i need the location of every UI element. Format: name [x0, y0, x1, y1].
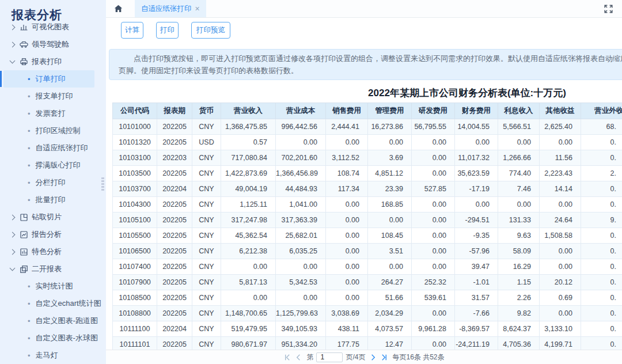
table-cell: 10103700 — [113, 181, 157, 197]
sidebar-item[interactable]: •撑满版心打印 — [0, 157, 106, 174]
table-cell: 0.00 — [412, 244, 455, 259]
bullet-icon: • — [28, 161, 31, 170]
close-icon[interactable]: × — [195, 5, 200, 13]
last-page-icon[interactable] — [381, 354, 388, 361]
table-cell: 2,444.41 — [326, 119, 368, 135]
column-header: 公司代码 — [113, 103, 157, 119]
table-cell: 0.00 — [221, 259, 276, 275]
table-cell: 1.15 — [498, 275, 540, 290]
sidebar-item[interactable]: •自定义图表-水球图 — [0, 329, 106, 347]
toolbar-button[interactable]: 打印 — [156, 22, 179, 39]
table-cell: 10108800 — [113, 306, 157, 321]
sidebar-item[interactable]: 钻取切片 — [0, 208, 106, 226]
page-number-input[interactable] — [316, 352, 343, 362]
sidebar-item[interactable]: •自适应纸张打印 — [0, 139, 106, 157]
bullet-icon: • — [28, 75, 31, 84]
first-page-icon[interactable] — [283, 354, 291, 361]
sidebar-item[interactable]: •自定义图表-跑道图 — [0, 312, 106, 329]
table-row[interactable]: 10111100202204CNY519,479.95349,105.93438… — [113, 321, 622, 337]
sidebar-item[interactable]: •实时统计图 — [0, 278, 106, 295]
sidebar-item[interactable]: •走马灯 — [0, 347, 106, 364]
page-label-prefix: 第 — [306, 352, 313, 362]
drill-slice-icon — [20, 213, 29, 222]
table-cell: 2.26 — [498, 290, 540, 306]
sidebar-item[interactable]: •订单打印 — [3, 70, 94, 88]
table-row[interactable]: 10103700202204CNY49,004.1944,484.93117.3… — [113, 181, 622, 197]
sidebar-item-label: 报支单打印 — [36, 91, 73, 101]
table-row[interactable]: 10106500202205CNY6,212.386,035.250.003.5… — [113, 244, 622, 259]
table-cell: 0.00 — [412, 197, 455, 213]
table-cell: 0.00 — [540, 197, 581, 213]
table-cell: 0.00 — [498, 135, 540, 150]
sidebar-item[interactable]: •发票套打 — [0, 105, 106, 122]
table-row[interactable]: 10103500202205CNY1,422,873.691,366,456.8… — [113, 166, 622, 181]
table-cell: 0. — [581, 244, 622, 259]
table-row[interactable]: 10101320202205USD0.570.000.000.000.000.0… — [113, 135, 622, 150]
table-cell: 10111101 — [113, 337, 157, 350]
sidebar-item-label: 撑满版心打印 — [36, 160, 81, 170]
printer-icon — [20, 58, 29, 66]
sidebar-item[interactable]: 二开报表 — [0, 260, 106, 278]
table-cell: -9.35 — [455, 228, 498, 244]
table-row[interactable]: 10105100202205CNY317,247.98317,363.390.0… — [113, 213, 622, 228]
table-cell: 0.57 — [221, 135, 276, 150]
table-row[interactable]: 10111101202205CNY980,671.97951,334.20177… — [113, 337, 622, 350]
sidebar-item[interactable]: •批量打印 — [0, 191, 106, 208]
bullet-icon: • — [28, 144, 31, 153]
table-row[interactable]: 10108500202205CNY0.000.000.0051.66539.61… — [113, 290, 622, 306]
table-row[interactable]: 10104300202205CNY1,125.111,041.000.00168… — [113, 197, 622, 213]
table-cell: 0. — [581, 275, 622, 290]
table-cell: 0. — [581, 259, 622, 275]
sidebar-item-label: 自定义图表-水球图 — [36, 333, 98, 343]
sidebar-resize-handle[interactable] — [101, 177, 104, 191]
table-header-row: 公司代码报表期货币营业收入营业成本销售费用管理费用研发费用财务费用利息收入其他收… — [113, 103, 622, 119]
table-cell: 6,035.25 — [276, 244, 326, 259]
table-cell: 0. — [581, 337, 622, 350]
table-cell: 0. — [581, 150, 622, 166]
column-header: 利息收入 — [498, 103, 540, 119]
table-cell: 0.00 — [455, 135, 498, 150]
table-cell: 0. — [581, 290, 622, 306]
sidebar-item[interactable]: •自定义echart统计图 — [0, 295, 106, 312]
chevron-right-icon — [10, 24, 16, 30]
table-cell: 951,334.20 — [276, 337, 326, 350]
column-header: 营业外收入 — [581, 103, 622, 119]
table-cell: 20.12 — [540, 275, 581, 290]
sidebar-item[interactable]: •报支单打印 — [0, 88, 106, 105]
table-cell: -57.96 — [455, 244, 498, 259]
table-cell: 4,851.12 — [368, 166, 412, 181]
bar-chart-icon — [20, 23, 29, 32]
sidebar-item[interactable]: •打印区域控制 — [0, 122, 106, 139]
sidebar-item[interactable]: 特色分析 — [0, 243, 106, 260]
column-header: 销售费用 — [326, 103, 368, 119]
fullscreen-icon[interactable] — [604, 5, 613, 13]
home-icon[interactable] — [114, 5, 123, 13]
table-row[interactable]: 10108800202205CNY1,148,700.651,125,799.6… — [113, 306, 622, 321]
prev-page-icon[interactable] — [295, 354, 302, 361]
sidebar-item[interactable]: 报表打印 — [0, 53, 106, 70]
table-cell: -8,369.57 — [455, 321, 498, 337]
table-row[interactable]: 10105500202205CNY45,362.5425,682.010.001… — [113, 228, 622, 244]
table-cell: CNY — [192, 150, 221, 166]
table-cell: 0.00 — [221, 290, 276, 306]
toolbar-button[interactable]: 计算 — [121, 22, 143, 39]
chevron-right-icon — [10, 232, 16, 237]
table-cell: 0.00 — [455, 197, 498, 213]
sidebar-item[interactable]: 领导驾驶舱 — [0, 36, 106, 53]
table-cell: CNY — [192, 166, 221, 181]
table-row[interactable]: 10107900202205CNY5,817.135,342.530.00264… — [113, 275, 622, 290]
page-jump-group: 第 页/4页 — [306, 352, 365, 362]
table-cell: 202205 — [157, 166, 192, 181]
sidebar-item[interactable]: •分栏打印 — [0, 174, 106, 191]
table-row[interactable]: 10103100202203CNY717,080.84702,201.603,1… — [113, 150, 622, 166]
chevron-right-icon — [10, 214, 16, 220]
next-page-icon[interactable] — [369, 354, 377, 361]
table-row[interactable]: 10101000202205CNY1,368,475.85996,442.562… — [113, 119, 622, 135]
table-cell: 0. — [581, 181, 622, 197]
tab-adaptive-paper-print[interactable]: 自适应纸张打印 × — [135, 0, 206, 17]
table-row[interactable]: 10107400202205CNY0.000.000.000.000.0039.… — [113, 259, 622, 275]
toolbar-button[interactable]: 打印预览 — [191, 22, 230, 39]
table-cell: 202205 — [157, 275, 192, 290]
table-cell: -1.01 — [455, 275, 498, 290]
sidebar-item[interactable]: 报告分析 — [0, 226, 106, 243]
